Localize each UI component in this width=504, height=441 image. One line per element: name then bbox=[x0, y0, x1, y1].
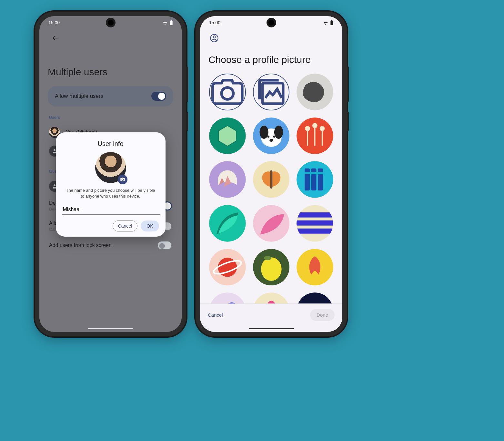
gallery-icon bbox=[254, 74, 289, 110]
lock-title: Add users from lock screen bbox=[49, 242, 112, 248]
cancel-link[interactable]: Cancel bbox=[208, 312, 223, 318]
home-indicator bbox=[88, 328, 133, 329]
svg-point-17 bbox=[305, 126, 310, 131]
status-bar: 15:00 bbox=[39, 16, 182, 29]
avatar-leaves[interactable] bbox=[209, 205, 246, 242]
status-time: 15:00 bbox=[48, 20, 60, 25]
screen-left: 15:00 Multiple users Allow multiple user… bbox=[39, 16, 182, 332]
avatar-pink[interactable] bbox=[253, 205, 290, 242]
gallery-tile[interactable] bbox=[253, 74, 290, 110]
cancel-button[interactable]: Cancel bbox=[113, 221, 138, 231]
svg-point-12 bbox=[274, 126, 283, 139]
avatar-stripes[interactable] bbox=[297, 205, 333, 242]
svg-rect-33 bbox=[297, 221, 333, 226]
allow-label: Allow multiple users bbox=[55, 93, 103, 99]
svg-point-13 bbox=[267, 135, 269, 138]
svg-rect-34 bbox=[297, 229, 333, 234]
avatar-planet[interactable] bbox=[209, 249, 246, 286]
svg-point-14 bbox=[273, 135, 275, 138]
dialog-avatar[interactable] bbox=[95, 152, 126, 183]
avatar-bird[interactable] bbox=[209, 161, 246, 198]
volume-button bbox=[347, 67, 349, 102]
avatar-lemon[interactable] bbox=[253, 249, 290, 286]
lock-switch[interactable] bbox=[157, 241, 172, 250]
wifi-icon bbox=[323, 21, 328, 25]
svg-rect-25 bbox=[311, 169, 317, 190]
camera-tile[interactable] bbox=[209, 74, 246, 110]
profile-header-icon bbox=[210, 34, 219, 43]
screen-right: 15:00 Choose a profile picture bbox=[200, 16, 342, 332]
user-info-dialog: User info The name and picture you choos… bbox=[56, 132, 166, 237]
svg-point-40 bbox=[264, 256, 271, 260]
svg-point-4 bbox=[222, 87, 234, 99]
allow-multiple-users-toggle[interactable]: Allow multiple users bbox=[48, 86, 173, 107]
svg-point-15 bbox=[269, 139, 273, 142]
page-title: Multiple users bbox=[48, 67, 173, 77]
svg-point-3 bbox=[213, 36, 216, 38]
svg-point-39 bbox=[261, 257, 282, 281]
done-button[interactable]: Done bbox=[310, 309, 335, 321]
svg-point-11 bbox=[259, 126, 268, 139]
dialog-title: User info bbox=[62, 140, 159, 148]
picker-content: Choose a profile picture bbox=[200, 34, 342, 329]
ok-button[interactable]: OK bbox=[141, 221, 159, 231]
power-button bbox=[186, 112, 188, 131]
avatar-coral[interactable] bbox=[297, 249, 333, 286]
svg-rect-27 bbox=[305, 172, 323, 174]
camera-icon bbox=[210, 74, 245, 110]
avatar-flowers[interactable] bbox=[297, 118, 333, 154]
status-icons bbox=[162, 20, 173, 25]
add-from-lock-setting[interactable]: Add users from lock screen bbox=[48, 236, 173, 254]
avatar-hexagon[interactable] bbox=[209, 118, 246, 154]
svg-rect-22 bbox=[270, 170, 272, 189]
dialog-desc: The name and picture you choose will be … bbox=[64, 188, 157, 199]
avatar-butterfly[interactable] bbox=[253, 161, 290, 198]
avatar-books[interactable] bbox=[297, 161, 333, 198]
svg-point-19 bbox=[320, 126, 325, 131]
avatar-blob[interactable] bbox=[297, 74, 333, 110]
status-time: 15:00 bbox=[209, 20, 220, 25]
svg-point-1 bbox=[54, 184, 55, 186]
svg-rect-24 bbox=[305, 169, 310, 190]
status-icons bbox=[323, 20, 333, 25]
power-button bbox=[347, 112, 349, 131]
name-input[interactable] bbox=[62, 205, 160, 215]
svg-point-18 bbox=[312, 123, 318, 128]
allow-switch[interactable] bbox=[151, 92, 166, 101]
battery-icon bbox=[170, 20, 173, 25]
avatar-dog[interactable] bbox=[253, 118, 290, 154]
status-bar: 15:00 bbox=[200, 16, 342, 29]
stage: 15:00 Multiple users Allow multiple user… bbox=[0, 0, 504, 441]
back-button[interactable] bbox=[51, 34, 60, 43]
wifi-icon bbox=[162, 21, 168, 25]
picker-title: Choose a profile picture bbox=[208, 54, 334, 65]
avatar-grid bbox=[208, 72, 334, 329]
picker-footer: Cancel Done bbox=[200, 303, 342, 332]
svg-rect-32 bbox=[297, 212, 333, 218]
section-users: Users bbox=[49, 115, 173, 120]
svg-point-0 bbox=[54, 149, 55, 151]
device-right: 15:00 Choose a profile picture bbox=[196, 12, 347, 336]
volume-button bbox=[186, 67, 188, 102]
svg-rect-26 bbox=[318, 169, 323, 190]
camera-badge-icon[interactable] bbox=[118, 175, 127, 184]
device-left: 15:00 Multiple users Allow multiple user… bbox=[35, 12, 186, 336]
battery-icon bbox=[330, 20, 333, 25]
home-indicator bbox=[249, 328, 294, 329]
